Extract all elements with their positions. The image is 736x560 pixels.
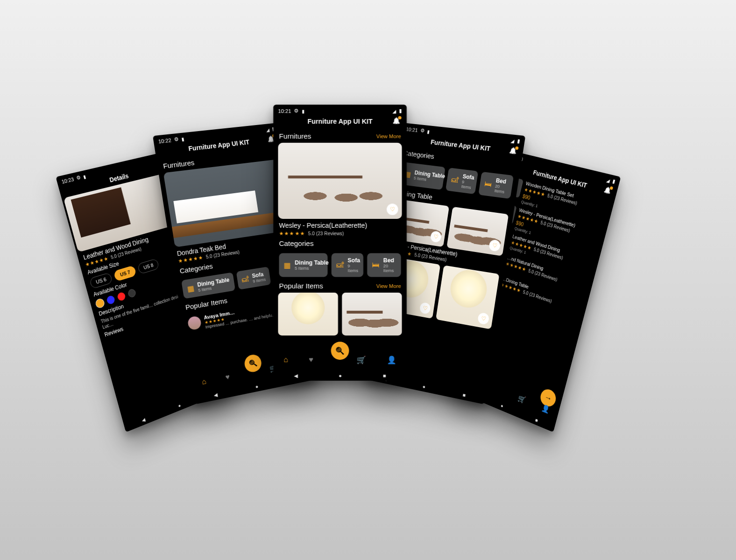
bed-icon: 🛏	[372, 261, 379, 269]
section-popular: Popular Items	[279, 282, 323, 290]
gear-icon	[420, 127, 425, 134]
view-more-link[interactable]: View More	[376, 283, 401, 288]
section-categories: Categories	[403, 149, 435, 160]
sd-icon	[82, 174, 86, 180]
section-categories: Categories	[279, 239, 313, 247]
hero-card[interactable]	[278, 143, 402, 219]
bottom-nav: ⌂ ♥ · 🛒 👤	[273, 350, 407, 370]
nav-cart-icon[interactable]: 🛒	[517, 393, 526, 404]
rating-text: 5.0 (23 Reviews)	[308, 231, 344, 236]
wifi-icon	[392, 108, 396, 113]
app-title: Furniture App UI KIT	[273, 115, 407, 130]
sofa-icon: 🛋	[451, 175, 460, 185]
product-card[interactable]	[446, 207, 509, 256]
sd-icon	[427, 128, 430, 134]
sofa-icon: 🛋	[336, 261, 344, 269]
popular-item-card[interactable]	[278, 293, 338, 336]
color-swatch-gold[interactable]	[95, 298, 105, 308]
color-swatch-red[interactable]	[117, 292, 126, 302]
notifications-button[interactable]	[508, 146, 518, 156]
product-card[interactable]	[436, 265, 499, 329]
star-icon: ★★★★★	[279, 230, 305, 236]
gear-icon	[294, 107, 299, 113]
gear-icon	[75, 175, 81, 182]
color-swatch-dark[interactable]	[127, 288, 137, 298]
nav-home-icon[interactable]: ⌂	[201, 378, 207, 386]
battery-icon	[399, 107, 402, 113]
nav-profile-icon[interactable]: 👤	[387, 355, 396, 364]
sd-icon	[181, 136, 184, 142]
notification-dot-icon	[609, 186, 613, 190]
section-furnitures: Furnitures	[163, 159, 195, 170]
sofa-icon: 🛋	[241, 275, 250, 284]
notifications-button[interactable]	[602, 185, 613, 196]
avatar	[187, 315, 202, 330]
battery-icon	[612, 178, 616, 185]
wifi-icon	[266, 126, 270, 132]
favorite-button[interactable]	[387, 203, 398, 215]
clock: 10:21	[406, 126, 418, 133]
color-swatch-blue[interactable]	[106, 295, 115, 305]
category-chip[interactable]: 🛏 Bed20 Items	[367, 253, 401, 277]
screen-home: 10:21 Furniture App UI KIT Furnitures Vi…	[273, 105, 407, 381]
product-title: Wesley - Persica(Leatherette)	[279, 222, 401, 229]
sd-icon	[302, 108, 304, 113]
table-icon: ▦	[186, 283, 195, 293]
bed-icon: 🛏	[484, 180, 492, 189]
category-chip[interactable]: ▦ Dining Table5 Items	[279, 253, 327, 277]
nav-favorites-icon[interactable]: ♥	[225, 373, 231, 382]
wifi-icon	[606, 177, 611, 183]
android-nav: ◀●■	[273, 370, 407, 380]
view-more-link[interactable]: View More	[376, 133, 401, 139]
category-chip[interactable]: 🛋 Sofa9 Items	[332, 253, 363, 277]
nav-cart-icon[interactable]: 🛒	[357, 355, 366, 364]
category-chip[interactable]: 🛋 Sofa9 Items	[446, 168, 478, 194]
table-icon: ▦	[284, 260, 291, 269]
category-chip[interactable]: 🛋 Sofa9 Items	[236, 266, 271, 290]
notifications-button[interactable]	[391, 117, 401, 126]
category-chip[interactable]: 🛏 Bed20 Items	[478, 172, 514, 199]
nav-profile-icon[interactable]: 👤	[541, 403, 551, 414]
battery-icon	[517, 138, 521, 145]
clock: 10:21	[278, 108, 291, 113]
notification-dot-icon	[398, 116, 401, 119]
section-furnitures: Furnitures	[279, 132, 311, 140]
clock: 10:22	[158, 137, 171, 144]
gear-icon	[173, 136, 179, 143]
status-bar: 10:21	[273, 105, 407, 114]
popular-item-card[interactable]	[342, 293, 402, 336]
notification-dot-icon	[515, 146, 519, 150]
wifi-icon	[510, 138, 515, 144]
nav-favorites-icon[interactable]: ♥	[309, 356, 313, 364]
nav-home-icon[interactable]: ⌂	[283, 356, 288, 364]
